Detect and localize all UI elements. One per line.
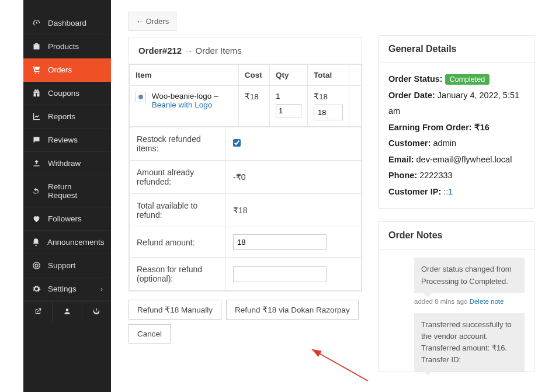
restock-checkbox[interactable] bbox=[233, 139, 241, 147]
ip-value[interactable]: ::1 bbox=[443, 187, 453, 196]
gauge-icon bbox=[32, 19, 41, 27]
back-to-orders-button[interactable]: ← Orders bbox=[129, 12, 176, 31]
refresh-icon bbox=[32, 187, 41, 196]
table-row: Woo-beanie-logo – Beanie with Logo ₹18 1… bbox=[130, 86, 362, 127]
status-badge: Completed bbox=[445, 74, 489, 85]
upload-icon bbox=[32, 159, 41, 168]
bell-icon bbox=[32, 238, 40, 247]
sidebar-item-dashboard[interactable]: Dashboard bbox=[23, 12, 111, 35]
order-date-label: Order Date: bbox=[388, 91, 435, 100]
sidebar-item-label: Settings bbox=[48, 285, 77, 293]
cart-icon bbox=[32, 65, 41, 74]
refund-amount-label: Refund amount: bbox=[130, 227, 226, 258]
sidebar-item-return-request[interactable]: Return Request bbox=[23, 175, 111, 207]
item-total: ₹18 bbox=[314, 92, 343, 101]
total-input[interactable] bbox=[314, 105, 343, 120]
comment-icon bbox=[32, 136, 41, 144]
email-value: dev-email@flywheel.local bbox=[416, 155, 512, 164]
refund-amount-input[interactable] bbox=[233, 234, 327, 250]
sidebar-item-label: Followers bbox=[48, 214, 82, 223]
sidebar-item-label: Coupons bbox=[48, 89, 79, 98]
refund-manually-button[interactable]: Refund ₹18 Manually bbox=[129, 300, 221, 320]
sidebar-item-support[interactable]: Support bbox=[23, 254, 111, 277]
order-items-header: Order#212 → Order Items bbox=[129, 37, 362, 64]
sidebar-item-settings[interactable]: Settings › bbox=[23, 277, 111, 301]
available-refund-label: Total available to refund: bbox=[130, 194, 226, 227]
lifering-icon bbox=[32, 261, 41, 270]
earning-value: ₹16 bbox=[474, 123, 489, 132]
col-cost: Cost bbox=[238, 65, 269, 86]
delete-note-link[interactable]: Delete note bbox=[470, 298, 504, 305]
sidebar-item-orders[interactable]: Orders bbox=[23, 58, 111, 82]
power-button[interactable] bbox=[82, 301, 111, 323]
ip-label: Customer IP: bbox=[388, 187, 441, 196]
refund-reason-label: Reason for refund (optional): bbox=[130, 258, 226, 291]
refund-table: Restock refunded items: Amount already r… bbox=[129, 127, 362, 291]
general-details-panel: General Details Order Status: Completed … bbox=[379, 35, 534, 209]
sidebar-item-withdraw[interactable]: Withdraw bbox=[23, 152, 111, 175]
already-refunded-label: Amount already refunded: bbox=[130, 161, 226, 194]
svg-point-0 bbox=[33, 262, 39, 269]
email-label: Email: bbox=[388, 155, 414, 164]
earning-label: Earning From Order: bbox=[388, 123, 472, 132]
arrow-icon: → bbox=[184, 46, 195, 55]
gear-icon bbox=[32, 285, 41, 293]
note-time: added 8 mins ago bbox=[414, 298, 470, 305]
qty-input[interactable] bbox=[276, 104, 301, 117]
order-number: Order#212 bbox=[138, 46, 182, 55]
col-total: Total bbox=[308, 65, 349, 86]
sidebar-item-label: Reports bbox=[48, 112, 75, 121]
item-cost: ₹18 bbox=[238, 86, 269, 127]
customer-label: Customer: bbox=[388, 138, 431, 148]
heart-icon bbox=[32, 214, 41, 223]
col-qty: Qty bbox=[270, 65, 308, 86]
order-notes-panel: Order Notes Order status changed from Pr… bbox=[379, 221, 534, 372]
order-status-label: Order Status: bbox=[388, 74, 443, 84]
general-details-title: General Details bbox=[379, 36, 534, 63]
cancel-button[interactable]: Cancel bbox=[129, 324, 171, 344]
product-link[interactable]: Beanie with Logo bbox=[152, 100, 213, 109]
briefcase-icon bbox=[32, 42, 41, 51]
sidebar-item-label: Reviews bbox=[48, 136, 78, 144]
gift-icon bbox=[32, 89, 41, 98]
sidebar-item-label: Support bbox=[48, 261, 75, 270]
profile-button[interactable] bbox=[53, 301, 82, 323]
order-note: Order status changed from Processing to … bbox=[414, 258, 525, 293]
col-actions bbox=[349, 65, 362, 86]
customer-value: admin bbox=[433, 138, 457, 148]
sidebar-item-reports[interactable]: Reports bbox=[23, 105, 111, 129]
available-refund-value: ₹18 bbox=[226, 194, 362, 227]
chevron-right-icon: › bbox=[100, 285, 103, 293]
order-items-panel: Order#212 → Order Items Item Cost Qty To… bbox=[129, 37, 362, 292]
order-items-table: Item Cost Qty Total Woo-beanie-logo – Be… bbox=[129, 64, 362, 127]
item-qty: 1 bbox=[276, 92, 301, 100]
sidebar-item-label: Products bbox=[48, 42, 79, 51]
product-thumb bbox=[136, 92, 146, 102]
sidebar-item-announcements[interactable]: Announcements bbox=[23, 231, 111, 254]
sidebar-item-products[interactable]: Products bbox=[23, 35, 111, 58]
phone-label: Phone: bbox=[388, 171, 417, 180]
sidebar-item-followers[interactable]: Followers bbox=[23, 207, 111, 231]
refund-razorpay-button[interactable]: Refund ₹18 via Dokan Razorpay bbox=[226, 300, 359, 320]
refund-reason-input[interactable] bbox=[233, 266, 327, 282]
chart-icon bbox=[32, 112, 41, 121]
already-refunded-value: -₹0 bbox=[226, 161, 362, 194]
sidebar-item-label: Orders bbox=[48, 65, 72, 74]
order-items-subtitle: Order Items bbox=[196, 46, 242, 55]
product-name-prefix: Woo-beanie-logo – bbox=[152, 92, 218, 100]
order-note: Transferred successfully to the vendor a… bbox=[414, 313, 525, 372]
sidebar-item-coupons[interactable]: Coupons bbox=[23, 82, 111, 105]
col-item: Item bbox=[130, 65, 239, 86]
restock-label: Restock refunded items: bbox=[130, 127, 226, 161]
order-notes-title: Order Notes bbox=[379, 222, 534, 249]
svg-point-1 bbox=[35, 264, 38, 267]
phone-value: 2222333 bbox=[419, 171, 452, 180]
sidebar-item-label: Return Request bbox=[48, 182, 103, 200]
sidebar-item-label: Dashboard bbox=[48, 19, 86, 27]
external-link-button[interactable] bbox=[23, 301, 53, 323]
sidebar-item-reviews[interactable]: Reviews bbox=[23, 129, 111, 152]
sidebar-item-label: Withdraw bbox=[48, 159, 81, 168]
sidebar-item-label: Announcements bbox=[47, 238, 105, 247]
